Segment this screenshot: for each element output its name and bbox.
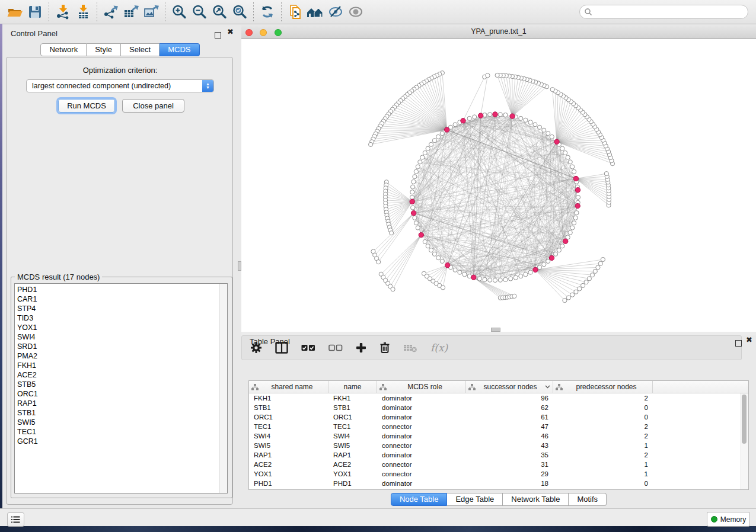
open-folder-button[interactable] bbox=[5, 2, 25, 21]
table-cell: 0 bbox=[553, 414, 653, 421]
toolbar-separator bbox=[97, 2, 97, 21]
window-minimize-icon[interactable] bbox=[260, 29, 267, 36]
table-cell: connector bbox=[377, 442, 466, 449]
result-list-item[interactable]: RAP1 bbox=[17, 399, 227, 408]
result-list-item[interactable]: PMA2 bbox=[17, 351, 227, 361]
column-header-shared-name[interactable]: shared name bbox=[249, 381, 328, 393]
table-cell: FKH1 bbox=[249, 395, 328, 402]
result-list-item[interactable]: ORC1 bbox=[17, 389, 227, 399]
zoom-in-button[interactable] bbox=[169, 2, 189, 21]
table-panel-tabs: Node TableEdge TableNetwork TableMotifs bbox=[241, 493, 756, 506]
table-row[interactable]: ACE2ACE2connector311 bbox=[249, 460, 748, 469]
select-all-icon[interactable] bbox=[301, 344, 315, 352]
task-history-button[interactable] bbox=[7, 512, 24, 527]
result-list-item[interactable]: PHD1 bbox=[17, 285, 227, 294]
horizontal-splitter-handle[interactable] bbox=[491, 328, 500, 332]
zoom-fit-button[interactable] bbox=[209, 2, 229, 21]
table-row[interactable]: SWI4SWI4dominator462 bbox=[249, 431, 748, 441]
toolbar-search[interactable] bbox=[579, 5, 748, 19]
table-row[interactable]: TEC1TEC1connector472 bbox=[249, 422, 748, 431]
close-table-panel-icon[interactable]: ✖ bbox=[746, 337, 752, 343]
result-list-item[interactable]: FKH1 bbox=[17, 361, 227, 370]
criterion-dropdown[interactable]: largest connected component (undirected)… bbox=[26, 79, 214, 92]
result-list-item[interactable]: TID3 bbox=[17, 313, 227, 323]
result-list-item[interactable]: STP4 bbox=[17, 304, 227, 313]
save-button[interactable] bbox=[25, 2, 45, 21]
column-header-MCDS-role[interactable]: MCDS role bbox=[377, 381, 466, 393]
table-row[interactable]: YOX1YOX1connector291 bbox=[249, 469, 748, 479]
export-image-button[interactable] bbox=[141, 2, 161, 21]
network-window-titlebar[interactable]: YPA_prune.txt_1 bbox=[241, 24, 756, 39]
memory-button[interactable]: Memory bbox=[707, 512, 750, 527]
result-list-item[interactable]: TEC1 bbox=[17, 427, 227, 437]
export-table-button[interactable] bbox=[121, 2, 141, 21]
column-header-name[interactable]: name bbox=[328, 381, 377, 393]
refresh-layout-button[interactable] bbox=[257, 2, 277, 21]
zoom-out-button[interactable] bbox=[189, 2, 209, 21]
tab-style[interactable]: Style bbox=[87, 43, 121, 56]
table-scrollbar[interactable] bbox=[741, 393, 748, 489]
network-overview-button[interactable] bbox=[305, 2, 326, 21]
zoom-selected-button[interactable] bbox=[229, 2, 250, 21]
result-list-item[interactable]: SRD1 bbox=[17, 342, 227, 351]
tab-motifs[interactable]: Motifs bbox=[569, 493, 607, 506]
close-panel-button[interactable]: Close panel bbox=[122, 99, 184, 113]
deselect-all-icon[interactable] bbox=[328, 344, 343, 352]
table-row[interactable]: SWI5SWI5connector431 bbox=[249, 441, 748, 450]
table-row[interactable]: ORC1ORC1dominator610 bbox=[249, 412, 748, 422]
network-canvas[interactable] bbox=[241, 39, 756, 332]
sort-desc-icon bbox=[545, 385, 550, 389]
column-header-predecessor-nodes[interactable]: predecessor nodes bbox=[553, 381, 653, 393]
table-row[interactable]: RAP1RAP1dominator352 bbox=[249, 450, 748, 460]
show-graphics-details-button[interactable] bbox=[346, 2, 366, 21]
zoom-out-icon bbox=[191, 4, 208, 20]
hide-graphics-details-button[interactable] bbox=[326, 2, 346, 21]
table-cell: ORC1 bbox=[328, 414, 377, 421]
tab-network-table[interactable]: Network Table bbox=[503, 493, 569, 506]
delete-column-icon[interactable] bbox=[379, 342, 390, 354]
node-table[interactable]: shared namenameMCDS rolesuccessor nodesp… bbox=[248, 380, 749, 490]
import-network-button[interactable] bbox=[53, 2, 73, 21]
run-mcds-button[interactable]: Run MCDS bbox=[58, 99, 115, 113]
tab-network[interactable]: Network bbox=[40, 43, 87, 56]
export-network-button[interactable] bbox=[101, 2, 121, 21]
tab-edge-table[interactable]: Edge Table bbox=[447, 493, 503, 506]
import-table-button[interactable] bbox=[73, 2, 93, 21]
tab-mcds[interactable]: MCDS bbox=[160, 43, 199, 56]
tab-select[interactable]: Select bbox=[121, 43, 160, 56]
result-list-item[interactable]: ACE2 bbox=[17, 370, 227, 380]
tab-node-table[interactable]: Node Table bbox=[391, 493, 448, 506]
table-row[interactable]: PHD1PHD1dominator180 bbox=[249, 479, 748, 488]
table-scrollbar-thumb[interactable] bbox=[742, 395, 747, 444]
window-close-icon[interactable] bbox=[245, 29, 253, 36]
table-cell: TEC1 bbox=[249, 423, 328, 430]
table-row[interactable]: STB1STB1dominator620 bbox=[249, 403, 748, 412]
table-cell: STB1 bbox=[328, 404, 377, 411]
table-row[interactable]: FKH1FKH1dominator962 bbox=[249, 393, 748, 403]
window-maximize-icon[interactable] bbox=[275, 29, 282, 36]
close-panel-icon[interactable]: ✖ bbox=[227, 29, 234, 35]
float-window-icon[interactable] bbox=[215, 30, 221, 41]
column-header-label: MCDS role bbox=[387, 383, 463, 391]
result-list-item[interactable]: SWI5 bbox=[17, 418, 227, 427]
result-list-item[interactable]: CAR1 bbox=[17, 294, 227, 304]
result-list-item[interactable]: STB5 bbox=[17, 380, 227, 389]
table-cell: 2 bbox=[553, 395, 653, 402]
table-cell: ACE2 bbox=[249, 461, 328, 468]
column-header-successor-nodes[interactable]: successor nodes bbox=[466, 381, 553, 393]
result-list-item[interactable]: GCR1 bbox=[17, 437, 227, 446]
mcds-result-list[interactable]: PHD1CAR1STP4TID3YOX1SWI4SRD1PMA2FKH1ACE2… bbox=[14, 283, 228, 493]
search-input[interactable] bbox=[595, 7, 748, 17]
result-list-item[interactable]: STB1 bbox=[17, 408, 227, 418]
result-list-item[interactable]: SWI4 bbox=[17, 332, 227, 342]
toolbar-separator bbox=[49, 2, 49, 21]
table-cell: 0 bbox=[553, 480, 653, 487]
float-table-panel-icon[interactable] bbox=[735, 338, 742, 349]
table-cell: 2 bbox=[553, 432, 653, 440]
control-panel-title: Control Panel bbox=[11, 29, 58, 38]
add-column-icon[interactable] bbox=[356, 342, 366, 353]
criterion-value: largest connected component (undirected) bbox=[27, 82, 202, 90]
result-list-item[interactable]: YOX1 bbox=[17, 323, 227, 332]
result-list-scrollbar[interactable] bbox=[219, 284, 227, 493]
clone-network-button[interactable] bbox=[285, 2, 305, 21]
